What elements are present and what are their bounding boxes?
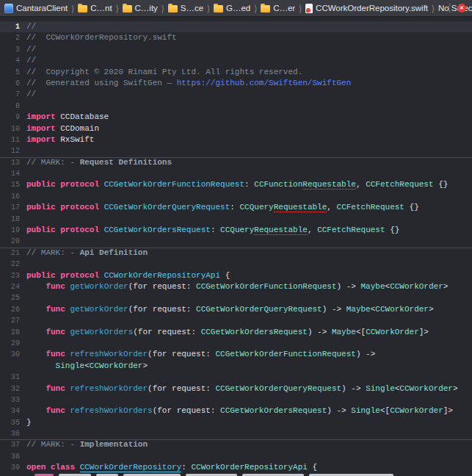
line-number[interactable]: 27 [0,315,20,326]
code-line[interactable]: 19public protocol CCGetWorkOrdersRequest… [0,225,472,236]
line-number[interactable]: 9 [0,112,20,123]
line-number[interactable]: 37 [0,439,20,450]
code-line[interactable]: 23public protocol CCWorkOrderRepositoryA… [0,270,472,281]
code-line[interactable]: 39open class CCWorkOrderRepository: CCWo… [0,462,472,473]
code-line[interactable]: 8 [0,101,472,112]
line-number[interactable]: 17 [0,202,20,213]
previous-issue-chevron-icon[interactable]: 〈 [443,1,451,15]
code-text: func refreshWorkOrder(for request: CCGet… [26,383,458,394]
error-badge-icon[interactable]: ✕ [457,4,466,12]
code-line[interactable]: 4// [0,55,472,66]
code-line[interactable]: 12 [0,145,472,156]
code-line[interactable]: Single<CCWorkOrder> [0,361,472,372]
breadcrumb-separator-icon: ⟩ [112,3,123,13]
code-text: } [26,417,32,428]
line-number[interactable]: 10 [0,123,20,134]
code-text: public protocol CCGetWorkOrdersRequest: … [26,225,399,236]
code-line[interactable]: 11import RxSwift [0,134,472,145]
code-line[interactable]: 22 [0,259,472,270]
code-line[interactable]: 14 [0,168,472,179]
breadcrumb-item-ccworkorderrepository-swift[interactable]: CCWorkOrderRepository.swift [305,4,428,13]
line-number[interactable]: 28 [0,327,20,338]
code-text: open class CCWorkOrderRepository: CCWork… [26,462,317,473]
code-line[interactable]: 1// [0,21,472,32]
code-line[interactable]: 16 [0,191,472,202]
code-line[interactable]: 28 func getWorkOrders(for request: CCGet… [0,327,472,338]
line-number[interactable]: 18 [0,214,20,225]
line-number[interactable]: 8 [0,101,20,112]
line-number[interactable]: 21 [0,248,20,259]
line-number[interactable]: 22 [0,259,20,270]
line-number[interactable]: 38 [0,451,20,462]
code-line[interactable]: 37// MARK: - Implementation [0,439,472,450]
code-line[interactable]: 33 [0,394,472,405]
code-line[interactable]: 35} [0,417,472,428]
code-line[interactable]: 18 [0,214,472,225]
line-number[interactable]: 6 [0,78,20,89]
code-editor[interactable]: 1//2// CCWorkOrderRepository.swift3//4//… [0,17,472,476]
breadcrumb-item-g-ed[interactable]: G…ed [214,4,250,12]
issue-navigation: 〈 ✕ [443,2,468,15]
code-line[interactable]: 29 [0,338,472,349]
line-number[interactable]: 31 [0,372,20,383]
code-line[interactable]: 30 func refreshWorkOrder(for request: CC… [0,349,472,360]
line-number[interactable]: 19 [0,225,20,236]
breadcrumb-item-cantaraclient[interactable]: CantaraClient [4,4,68,13]
breadcrumb: CantaraClient⟩C…nt⟩C…ity⟩S…ce⟩G…ed⟩C…er⟩… [4,4,443,13]
breadcrumb-label: S…ce [181,4,203,12]
breadcrumb-item-c-ity[interactable]: C…ity [123,4,158,12]
line-number[interactable]: 33 [0,394,20,405]
line-number[interactable]: 34 [0,405,20,416]
line-number[interactable]: 15 [0,179,20,190]
code-line[interactable]: 7// [0,89,472,100]
code-line[interactable]: 38 [0,451,472,462]
code-line[interactable]: 24 func getWorkOrder(for request: CCGetW… [0,281,472,292]
code-line[interactable]: 13// MARK: - Request Definitions [0,157,472,168]
code-line[interactable]: 10import CCDomain [0,123,472,134]
jump-bar: CantaraClient⟩C…nt⟩C…ity⟩S…ce⟩G…ed⟩C…er⟩… [0,0,472,17]
line-number[interactable]: 29 [0,338,20,349]
code-line[interactable]: 3// [0,44,472,55]
line-number[interactable]: 7 [0,89,20,100]
code-line[interactable]: 15public protocol CCGetWorkOrderFunction… [0,179,472,190]
line-number[interactable] [0,361,20,372]
breadcrumb-item-s-ce[interactable]: S…ce [168,4,203,12]
line-number[interactable]: 2 [0,32,20,43]
line-number[interactable]: 16 [0,191,20,202]
breadcrumb-item-c-nt[interactable]: C…nt [78,4,112,12]
line-number[interactable]: 35 [0,417,20,428]
code-line[interactable]: 9import CCDatabase [0,112,472,123]
code-line[interactable]: 26 func getWorkOrder(for request: CCGetW… [0,304,472,315]
line-number[interactable]: 23 [0,270,20,281]
line-number[interactable]: 12 [0,145,20,156]
line-number[interactable]: 24 [0,281,20,292]
line-number[interactable]: 25 [0,292,20,303]
breadcrumb-label: CCWorkOrderRepository.swift [316,4,428,12]
code-line[interactable]: 31 [0,372,472,383]
line-number[interactable]: 3 [0,44,20,55]
breadcrumb-item-c-er[interactable]: C…er [261,4,295,12]
line-number[interactable]: 5 [0,67,20,78]
code-line[interactable]: 27 [0,315,472,326]
code-line[interactable]: 17public protocol CCGetWorkOrderQueryReq… [0,202,472,213]
line-number[interactable]: 14 [0,168,20,179]
code-line[interactable]: 36 [0,428,472,439]
line-number[interactable]: 36 [0,428,20,439]
line-number[interactable]: 4 [0,55,20,66]
code-line[interactable]: 21// MARK: - Api Definition [0,248,472,259]
code-line[interactable]: 5// Copyright © 2020 Rinami Pty Ltd. All… [0,67,472,78]
line-number[interactable]: 39 [0,462,20,473]
line-number[interactable]: 13 [0,157,20,168]
code-line[interactable]: 2// CCWorkOrderRepository.swift [0,32,472,43]
code-line[interactable]: 20 [0,236,472,247]
line-number[interactable]: 11 [0,134,20,145]
line-number[interactable]: 1 [0,21,20,32]
code-line[interactable]: 25 [0,292,472,303]
line-number[interactable]: 30 [0,349,20,360]
line-number[interactable]: 26 [0,304,20,315]
line-number[interactable]: 32 [0,383,20,394]
code-line[interactable]: 34 func refreshWorkOrders(for request: C… [0,405,472,416]
code-line[interactable]: 6// Generated using SwiftGen — https://g… [0,78,472,89]
line-number[interactable]: 20 [0,236,20,247]
code-line[interactable]: 32 func refreshWorkOrder(for request: CC… [0,383,472,394]
